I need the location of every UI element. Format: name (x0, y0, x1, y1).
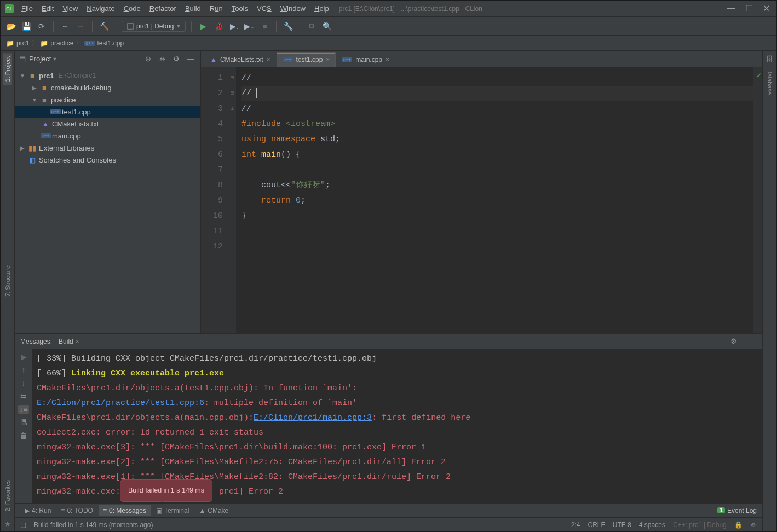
menu-code[interactable]: Code (120, 3, 144, 14)
bottom-tab-messages[interactable]: ≡0: Messages (99, 505, 151, 516)
messages-panel: Messages: Build × ⚙ — ▶ ↑ ↓ ⇆ ↓≡ 🖶 🗑 [ 3… (15, 333, 762, 503)
menu-help[interactable]: Help (311, 3, 332, 14)
menu-window[interactable]: Window (277, 3, 309, 14)
tree-root[interactable]: ▼ ■ prc1 E:\Clion\prc1 (15, 70, 200, 82)
close-icon[interactable]: ✕ (763, 3, 770, 14)
caret-position[interactable]: 2:4 (571, 521, 580, 529)
run-icon[interactable]: ▶ (197, 20, 209, 32)
folder-icon: ■ (40, 96, 49, 103)
encoding[interactable]: UTF-8 (613, 521, 631, 529)
context[interactable]: C++: prc1 | Debug (673, 521, 727, 529)
softwrap-icon[interactable]: ⇆ (20, 392, 27, 401)
search-icon[interactable]: 🔍 (321, 20, 333, 32)
forward-icon[interactable]: → (74, 20, 87, 32)
messages-output[interactable]: [ 33%] Building CXX object CMakeFiles/pr… (32, 349, 762, 503)
build-icon[interactable]: 🔨 (98, 20, 110, 32)
close-icon[interactable]: × (326, 56, 330, 63)
bottom-tab-run[interactable]: ▶4: Run (20, 505, 55, 516)
menu-vcs[interactable]: VCS (254, 3, 275, 14)
hide-icon[interactable]: — (746, 336, 757, 347)
down-icon[interactable]: ↓ (22, 379, 26, 388)
back-icon[interactable]: ← (59, 20, 71, 32)
maximize-icon[interactable]: ☐ (745, 3, 753, 14)
hide-icon[interactable]: — (185, 54, 196, 65)
run-coverage-icon[interactable]: ▶. (228, 20, 240, 32)
breadcrumb-file[interactable]: c++test1.cpp (84, 39, 124, 47)
bottom-tab-cmake[interactable]: ▲CMake (194, 505, 233, 516)
menu-build[interactable]: Build (182, 3, 204, 14)
titlebar: CL File Edit View Navigate Code Refactor… (1, 1, 776, 17)
fold-gutter: ⊟⊟⊥ (228, 67, 236, 333)
rail-tab-database[interactable]: Database (766, 66, 774, 98)
messages-label: Messages: (20, 338, 52, 345)
menu-edit[interactable]: Edit (38, 3, 57, 14)
neighbor-icon[interactable]: ⧉ (306, 20, 318, 32)
tree-cmake-build[interactable]: ▶ ■ cmake-build-debug (15, 82, 200, 94)
messages-icon: ≡ (103, 507, 107, 514)
editor-tab-test1[interactable]: c++ test1.cpp × (277, 52, 336, 67)
refresh-icon[interactable]: ⟳ (36, 20, 48, 32)
menu-navigate[interactable]: Navigate (83, 3, 118, 14)
menu-refactor[interactable]: Refactor (146, 3, 180, 14)
line-separator[interactable]: CRLF (588, 521, 605, 529)
tree-test1[interactable]: c++ test1.cpp (15, 106, 200, 118)
print-icon[interactable]: 🖶 (20, 418, 27, 427)
menu-view[interactable]: View (59, 3, 81, 14)
close-icon[interactable]: × (267, 56, 270, 63)
wrench-icon[interactable]: 🔧 (282, 20, 294, 32)
rail-tab-favorites[interactable]: 2: Favorites (3, 477, 12, 514)
trash-icon[interactable]: 🗑 (20, 431, 27, 440)
editor-tab-main[interactable]: c++ main.cpp × (336, 52, 395, 67)
tree-scratches[interactable]: ◧ Scratches and Consoles (15, 154, 200, 166)
marker-gutter: ✔ (753, 67, 762, 333)
lock-icon[interactable]: 🔒 (734, 521, 743, 529)
menu-tools[interactable]: Tools (228, 3, 251, 14)
open-icon[interactable]: 📂 (5, 20, 17, 32)
tree-main[interactable]: c++ main.cpp (15, 130, 200, 142)
file-link[interactable]: E:/Clion/prc1/practice/test1.cpp:6 (37, 398, 204, 408)
debug-icon[interactable]: 🐞 (212, 20, 225, 32)
target-icon (126, 22, 134, 30)
breadcrumb-folder[interactable]: 📁practice (40, 39, 73, 47)
event-badge: 1 (717, 507, 725, 513)
tree-practice[interactable]: ▼ ■ practice (15, 94, 200, 106)
locate-icon[interactable]: ⊕ (142, 54, 153, 65)
editor-tab-cmakelists[interactable]: ▲ CMakeLists.txt × (204, 52, 277, 67)
tree-external[interactable]: ▶ ▮▮ External Libraries (15, 142, 200, 154)
gear-icon[interactable]: ⚙ (171, 54, 182, 65)
rail-tab-project[interactable]: 1: Project (3, 53, 12, 85)
rerun-icon[interactable]: ▶ (21, 352, 27, 361)
close-icon[interactable]: × (385, 56, 389, 63)
scroll-end-icon[interactable]: ↓≡ (18, 405, 28, 414)
bottom-tab-todo[interactable]: ≡6: TODO (56, 505, 97, 516)
cpp-file-icon: c++ (51, 108, 60, 115)
code-content[interactable]: //// //#include <iostream>using namespac… (236, 67, 753, 333)
collapse-icon[interactable]: ⇔ (157, 54, 168, 65)
up-icon[interactable]: ↑ (22, 366, 26, 374)
status-icon[interactable]: ▢ (20, 521, 26, 529)
folder-icon: 📁 (6, 39, 14, 47)
profile-icon[interactable]: ▶₊ (243, 20, 255, 32)
indent[interactable]: 4 spaces (639, 521, 665, 529)
file-link[interactable]: E:/Clion/prc1/main.cpp:3 (254, 413, 372, 423)
editor-body[interactable]: 123 456 789 101112 ⊟⊟⊥ //// //#include <… (201, 67, 762, 333)
save-all-icon[interactable]: 💾 (20, 20, 32, 32)
rail-tab-structure[interactable]: 7: Structure (3, 262, 12, 300)
left-tool-rail: 1: Project 7: Structure 2: Favorites ★ (1, 51, 15, 531)
menu-file[interactable]: File (18, 3, 36, 14)
inspector-icon[interactable]: ☺ (750, 521, 757, 529)
project-panel-title[interactable]: Project ▼ (29, 55, 57, 63)
tree-cmakelists[interactable]: ▲ CMakeLists.txt (15, 118, 200, 130)
app-icon: CL (5, 4, 14, 13)
stop-icon[interactable]: ■ (258, 20, 270, 32)
bottom-tab-terminal[interactable]: ▣Terminal (152, 505, 193, 516)
editor-area: ▲ CMakeLists.txt × c++ test1.cpp × c++ m… (201, 51, 762, 333)
run-config-selector[interactable]: prc1 | Debug ▼ (122, 21, 186, 32)
menu-run[interactable]: Run (206, 3, 226, 14)
minimize-icon[interactable]: — (727, 3, 735, 14)
gear-icon[interactable]: ⚙ (728, 336, 739, 347)
breadcrumb-root[interactable]: 📁prc1 (6, 39, 29, 47)
right-tool-rail: 🗄 Database (762, 51, 776, 531)
messages-tab-build[interactable]: Build × (59, 338, 79, 345)
event-log-button[interactable]: 1 Event Log (717, 507, 757, 514)
